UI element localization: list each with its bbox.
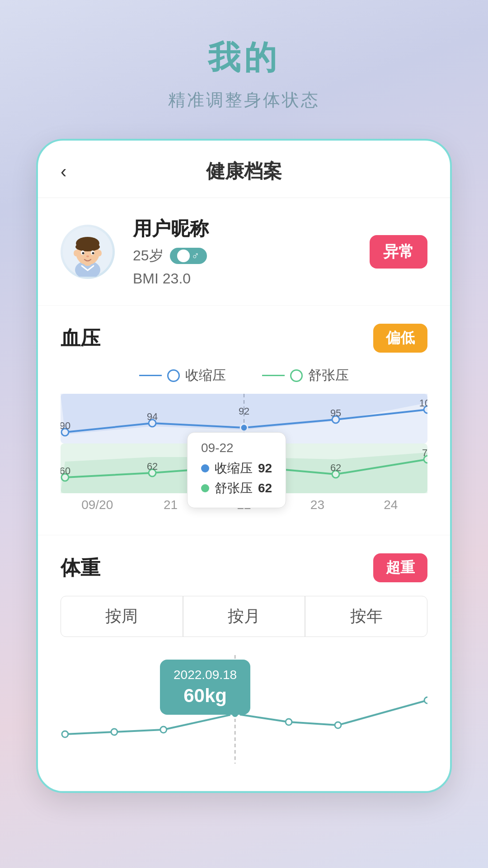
svg-point-10	[82, 252, 84, 254]
user-meta: 25岁 ♂	[133, 246, 370, 266]
svg-point-38	[111, 729, 117, 735]
user-age: 25岁	[133, 246, 164, 266]
page-subtitle: 精准调整身体状态	[168, 89, 320, 112]
tooltip-dot-blue	[201, 464, 209, 472]
health-card: ‹ 健康档案	[36, 139, 452, 793]
legend-diastolic-label: 舒张压	[308, 366, 349, 385]
tooltip-date: 09-22	[201, 441, 272, 455]
weight-chart-container: 2022.09.18 60kg	[61, 655, 427, 773]
card-header: ‹ 健康档案	[38, 141, 450, 198]
gender-badge: ♂	[170, 248, 207, 264]
legend-systolic: 收缩压	[139, 366, 226, 385]
x-label-4: 24	[354, 498, 427, 512]
weight-status-badge: 超重	[373, 553, 427, 582]
weight-tooltip: 2022.09.18 60kg	[160, 660, 250, 715]
svg-point-6	[74, 250, 78, 256]
bp-status-badge: 偏低	[373, 324, 427, 353]
bp-section-header: 血压 偏低	[61, 324, 427, 353]
weight-section-header: 体重 超重	[61, 553, 427, 582]
weight-tooltip-value: 60kg	[174, 685, 237, 707]
weight-section: 体重 超重 按周 按月 按年 2022.09.18 60kg	[38, 535, 450, 791]
user-info: 用户昵称 25岁 ♂ BMI 23.0	[133, 216, 370, 287]
bp-legend: 收缩压 舒张压	[61, 366, 427, 385]
tab-week[interactable]: 按周	[61, 596, 183, 637]
gender-icon	[177, 250, 190, 262]
svg-point-43	[424, 697, 427, 703]
x-label-3: 23	[281, 498, 354, 512]
header-title: 健康档案	[206, 159, 282, 184]
avatar	[61, 225, 115, 279]
svg-point-39	[160, 726, 167, 733]
status-badge-abnormal: 异常	[370, 235, 427, 269]
weight-tabs: 按周 按月 按年	[61, 596, 427, 637]
legend-dot-green	[290, 369, 303, 382]
tooltip-diastolic: 舒张压 62	[201, 480, 272, 497]
svg-point-11	[92, 252, 94, 254]
svg-point-42	[335, 722, 341, 728]
tab-month[interactable]: 按月	[183, 596, 305, 637]
back-button[interactable]: ‹	[61, 161, 66, 182]
tooltip-systolic-value: 92	[258, 461, 272, 476]
svg-point-7	[97, 250, 102, 256]
legend-systolic-label: 收缩压	[185, 366, 226, 385]
bp-tooltip: 09-22 收缩压 92 舒张压 62	[187, 432, 286, 508]
user-name: 用户昵称	[133, 216, 370, 241]
x-label-0: 09/20	[61, 498, 134, 512]
tooltip-systolic-label: 收缩压	[215, 460, 253, 477]
tab-year[interactable]: 按年	[305, 596, 427, 637]
svg-point-37	[62, 731, 68, 737]
user-bmi: BMI 23.0	[133, 270, 370, 287]
legend-line-blue	[139, 375, 162, 376]
bp-chart-container: 90 94 92 95 100 60	[61, 394, 427, 512]
tooltip-diastolic-value: 62	[258, 481, 272, 495]
gender-text: ♂	[192, 250, 200, 262]
blood-pressure-section: 血压 偏低 收缩压 舒张压	[38, 306, 450, 535]
bp-chart-area: 90 94 92 95 100 60	[61, 394, 427, 493]
tooltip-diastolic-label: 舒张压	[215, 480, 253, 497]
page-title: 我的	[208, 36, 280, 80]
svg-point-5	[75, 242, 100, 251]
svg-point-12	[86, 255, 89, 257]
tooltip-dot-green	[201, 484, 209, 492]
legend-line-green	[262, 375, 285, 376]
tooltip-systolic: 收缩压 92	[201, 460, 272, 477]
svg-point-41	[286, 719, 292, 725]
user-profile: 用户昵称 25岁 ♂ BMI 23.0 异常	[38, 198, 450, 306]
legend-dot-blue	[167, 369, 180, 382]
bp-title: 血压	[61, 325, 100, 352]
weight-title: 体重	[61, 555, 100, 581]
weight-tooltip-date: 2022.09.18	[174, 668, 237, 682]
legend-diastolic: 舒张压	[262, 366, 349, 385]
